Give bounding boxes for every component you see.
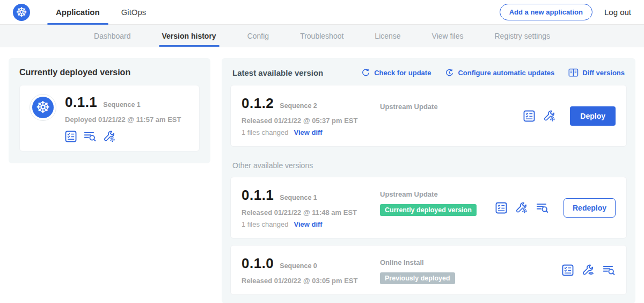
currently-deployed-panel: Currently deployed version ☸ 0.1.1 Seque… xyxy=(9,58,210,163)
edit-config-icon[interactable] xyxy=(103,130,115,142)
configure-automatic-updates-button[interactable]: Configure automatic updates xyxy=(445,68,554,77)
tab-gitops-label: GitOps xyxy=(121,8,147,17)
schedule-icon xyxy=(445,68,454,77)
configure-automatic-updates-label: Configure automatic updates xyxy=(458,69,554,77)
version-card-0-1-1: 0.1.1 Sequence 1 Released 01/21/22 @ 11:… xyxy=(230,177,627,239)
header-tabs: Application GitOps xyxy=(47,0,155,24)
released-timestamp: Released 01/20/22 @ 03:05 pm EST xyxy=(241,277,380,285)
sequence-label: Sequence 0 xyxy=(280,262,317,270)
other-versions-title: Other available versions xyxy=(232,161,625,170)
files-changed-label: 1 files changed xyxy=(241,220,288,228)
diff-versions-label: Diff versions xyxy=(582,69,625,77)
check-for-update-label: Check for update xyxy=(374,69,431,77)
subnav-version-history[interactable]: Version history xyxy=(162,25,216,47)
redeploy-button[interactable]: Redeploy xyxy=(564,198,616,218)
app-avatar: ☸ xyxy=(30,94,56,121)
deployed-version-card: ☸ 0.1.1 Sequence 1 Deployed 01/21/22 @ 1… xyxy=(19,85,200,152)
latest-version-title: Latest available version xyxy=(232,68,323,77)
subnav-license[interactable]: License xyxy=(375,25,400,47)
view-diff-link[interactable]: View diff xyxy=(294,220,322,228)
check-for-update-button[interactable]: Check for update xyxy=(361,68,431,77)
add-application-button[interactable]: Add a new application xyxy=(500,4,592,20)
subnav-troubleshoot[interactable]: Troubleshoot xyxy=(300,25,343,47)
tab-application-label: Application xyxy=(56,8,100,17)
deployed-timestamp: Deployed 01/21/22 @ 11:57 am EST xyxy=(65,116,181,124)
app-subnav: Dashboard Version history Config Trouble… xyxy=(0,25,644,47)
diff-versions-button[interactable]: Diff versions xyxy=(568,68,625,77)
kubernetes-logo-icon: ☸ xyxy=(13,4,30,21)
view-logs-icon[interactable] xyxy=(602,264,616,276)
view-logs-icon[interactable] xyxy=(536,202,549,214)
previously-deployed-badge: Previously deployed xyxy=(380,272,455,284)
edit-config-icon[interactable] xyxy=(515,201,528,214)
preflight-checks-icon[interactable] xyxy=(65,131,77,142)
sequence-label: Sequence 1 xyxy=(280,194,317,201)
deploy-button[interactable]: Deploy xyxy=(570,106,616,126)
version-source-label: Upstream Update xyxy=(380,103,523,111)
version-source-label: Upstream Update xyxy=(380,190,495,198)
currently-deployed-badge: Currently deployed version xyxy=(380,204,477,216)
version-number: 0.1.2 xyxy=(241,95,274,112)
preflight-checks-icon[interactable] xyxy=(523,110,535,122)
version-number: 0.1.0 xyxy=(241,255,274,272)
version-card-0-1-2: 0.1.2 Sequence 2 Released 01/21/22 @ 05:… xyxy=(230,85,627,147)
refresh-icon xyxy=(361,68,370,77)
logout-button[interactable]: Log out xyxy=(604,8,631,17)
diff-icon xyxy=(568,68,579,77)
tab-application[interactable]: Application xyxy=(47,0,108,24)
version-source-label: Online Install xyxy=(380,258,562,266)
subnav-dashboard[interactable]: Dashboard xyxy=(94,25,131,47)
deployed-version-number: 0.1.1 xyxy=(65,94,97,111)
view-logs-icon[interactable] xyxy=(83,131,97,142)
deployed-sequence-label: Sequence 1 xyxy=(103,101,140,109)
deployed-panel-title: Currently deployed version xyxy=(19,68,200,77)
version-number: 0.1.1 xyxy=(241,187,274,204)
view-config-icon[interactable] xyxy=(582,264,594,276)
version-card-0-1-0: 0.1.0 Sequence 0 Released 01/20/22 @ 03:… xyxy=(230,245,627,295)
released-timestamp: Released 01/21/22 @ 05:37 pm EST xyxy=(241,117,380,125)
tab-gitops[interactable]: GitOps xyxy=(113,0,155,24)
available-versions-panel: Latest available version Check for updat… xyxy=(222,58,635,303)
subnav-view-files[interactable]: View files xyxy=(432,25,464,47)
preflight-checks-icon[interactable] xyxy=(562,264,574,276)
subnav-registry-settings[interactable]: Registry settings xyxy=(495,25,550,47)
preflight-checks-icon[interactable] xyxy=(495,202,507,214)
edit-config-icon[interactable] xyxy=(543,110,555,122)
app-header: ☸ Application GitOps Add a new applicati… xyxy=(0,0,644,25)
files-changed-label: 1 files changed xyxy=(241,128,288,136)
kubernetes-app-icon: ☸ xyxy=(32,97,54,118)
subnav-config[interactable]: Config xyxy=(247,25,269,47)
sequence-label: Sequence 2 xyxy=(280,102,317,110)
view-diff-link[interactable]: View diff xyxy=(294,128,322,136)
released-timestamp: Released 01/21/22 @ 11:48 am EST xyxy=(241,208,380,217)
